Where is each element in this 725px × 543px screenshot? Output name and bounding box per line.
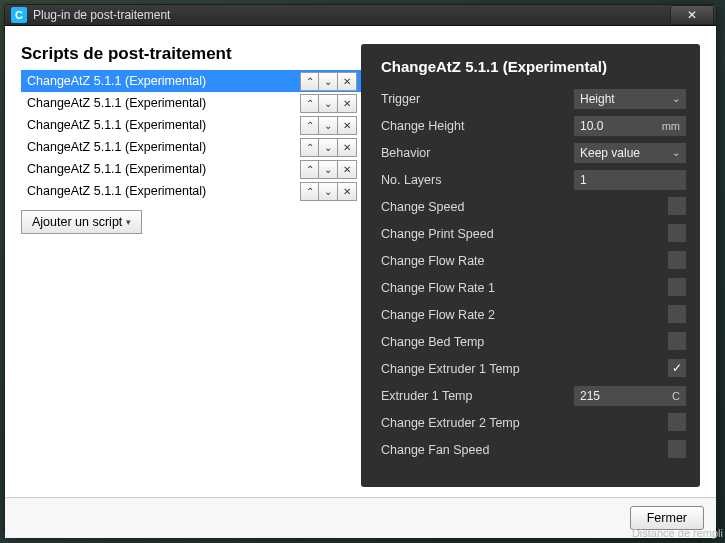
setting-control: 1	[574, 170, 686, 190]
bed-checkbox[interactable]	[668, 332, 686, 350]
move-down-button[interactable]: ⌄	[319, 116, 338, 135]
move-down-button[interactable]: ⌄	[319, 72, 338, 91]
setting-label: No. Layers	[381, 173, 574, 187]
flow1-checkbox[interactable]	[668, 278, 686, 296]
setting-row-flow1: Change Flow Rate 1	[381, 274, 686, 301]
setting-control	[668, 251, 686, 271]
setting-label: Change Flow Rate 2	[381, 308, 668, 322]
flow2-checkbox[interactable]	[668, 305, 686, 323]
setting-label: Change Print Speed	[381, 227, 668, 241]
script-list: ChangeAtZ 5.1.1 (Experimental)⌃⌄✕ChangeA…	[21, 70, 361, 202]
script-row[interactable]: ChangeAtZ 5.1.1 (Experimental)⌃⌄✕	[21, 180, 361, 202]
setting-row-pspeed: Change Print Speed	[381, 220, 686, 247]
trigger-select[interactable]: Height⌄	[574, 89, 686, 109]
setting-label: Change Bed Temp	[381, 335, 668, 349]
move-down-button[interactable]: ⌄	[319, 160, 338, 179]
dialog-body: Scripts de post-traitement ChangeAtZ 5.1…	[5, 26, 716, 497]
select-value: Keep value	[580, 146, 640, 160]
layers-input[interactable]: 1	[574, 170, 686, 190]
move-up-button[interactable]: ⌃	[300, 116, 319, 135]
chevron-down-icon: ⌄	[324, 186, 332, 197]
chevron-down-icon: ⌄	[324, 76, 332, 87]
ext2c-checkbox[interactable]	[668, 413, 686, 431]
title-bar: C Plug-in de post-traitement ✕	[5, 5, 716, 26]
setting-control	[668, 413, 686, 433]
input-unit: mm	[662, 120, 680, 132]
close-icon: ✕	[343, 186, 351, 197]
script-row[interactable]: ChangeAtZ 5.1.1 (Experimental)⌃⌄✕	[21, 70, 361, 92]
background-text: Distance de rempli	[632, 527, 723, 539]
script-controls: ⌃⌄✕	[300, 160, 357, 179]
height-input[interactable]: 10.0mm	[574, 116, 686, 136]
chevron-down-icon: ▾	[126, 217, 131, 227]
add-script-label: Ajouter un script	[32, 215, 122, 229]
chevron-down-icon: ⌄	[324, 164, 332, 175]
script-controls: ⌃⌄✕	[300, 182, 357, 201]
remove-button[interactable]: ✕	[338, 116, 357, 135]
setting-row-ext2c: Change Extruder 2 Temp	[381, 409, 686, 436]
setting-label: Change Height	[381, 119, 574, 133]
pspeed-checkbox[interactable]	[668, 224, 686, 242]
setting-row-fan: Change Fan Speed	[381, 436, 686, 463]
close-icon: ✕	[343, 98, 351, 109]
setting-row-bed: Change Bed Temp	[381, 328, 686, 355]
input-value: 1	[580, 173, 587, 187]
move-down-button[interactable]: ⌄	[319, 182, 338, 201]
setting-control: Keep value⌄	[574, 143, 686, 163]
setting-row-layers: No. Layers1	[381, 166, 686, 193]
remove-button[interactable]: ✕	[338, 138, 357, 157]
move-up-button[interactable]: ⌃	[300, 72, 319, 91]
move-up-button[interactable]: ⌃	[300, 182, 319, 201]
chevron-up-icon: ⌃	[306, 164, 314, 175]
fan-checkbox[interactable]	[668, 440, 686, 458]
dialog-footer: Fermer	[5, 497, 716, 538]
setting-control: Height⌄	[574, 89, 686, 109]
setting-control	[668, 440, 686, 460]
input-value: 10.0	[580, 119, 603, 133]
move-up-button[interactable]: ⌃	[300, 138, 319, 157]
chevron-up-icon: ⌃	[306, 142, 314, 153]
close-icon: ✕	[343, 142, 351, 153]
chevron-up-icon: ⌃	[306, 76, 314, 87]
setting-row-flow2: Change Flow Rate 2	[381, 301, 686, 328]
move-up-button[interactable]: ⌃	[300, 160, 319, 179]
script-name: ChangeAtZ 5.1.1 (Experimental)	[27, 118, 300, 132]
remove-button[interactable]: ✕	[338, 94, 357, 113]
setting-label: Change Flow Rate	[381, 254, 668, 268]
chevron-down-icon: ⌄	[324, 98, 332, 109]
setting-row-speed: Change Speed	[381, 193, 686, 220]
speed-checkbox[interactable]	[668, 197, 686, 215]
script-row[interactable]: ChangeAtZ 5.1.1 (Experimental)⌃⌄✕	[21, 92, 361, 114]
close-icon: ✕	[343, 76, 351, 87]
window-close-button[interactable]: ✕	[670, 5, 714, 25]
settings-heading: ChangeAtZ 5.1.1 (Experimental)	[381, 58, 686, 75]
script-row[interactable]: ChangeAtZ 5.1.1 (Experimental)⌃⌄✕	[21, 114, 361, 136]
chevron-up-icon: ⌃	[306, 186, 314, 197]
move-up-button[interactable]: ⌃	[300, 94, 319, 113]
add-script-button[interactable]: Ajouter un script ▾	[21, 210, 142, 234]
move-down-button[interactable]: ⌄	[319, 138, 338, 157]
chevron-down-icon: ⌄	[672, 93, 680, 104]
remove-button[interactable]: ✕	[338, 182, 357, 201]
close-icon: ✕	[343, 164, 351, 175]
dialog-window: C Plug-in de post-traitement ✕ Scripts d…	[4, 4, 717, 535]
setting-control	[668, 332, 686, 352]
behavior-select[interactable]: Keep value⌄	[574, 143, 686, 163]
setting-label: Change Speed	[381, 200, 668, 214]
close-icon: ✕	[343, 120, 351, 131]
setting-control	[668, 224, 686, 244]
window-title: Plug-in de post-traitement	[33, 8, 170, 22]
setting-row-trigger: TriggerHeight⌄	[381, 85, 686, 112]
remove-button[interactable]: ✕	[338, 160, 357, 179]
script-name: ChangeAtZ 5.1.1 (Experimental)	[27, 140, 300, 154]
flow-checkbox[interactable]	[668, 251, 686, 269]
ext1c-checkbox[interactable]: ✓	[668, 359, 686, 377]
script-row[interactable]: ChangeAtZ 5.1.1 (Experimental)⌃⌄✕	[21, 158, 361, 180]
script-controls: ⌃⌄✕	[300, 72, 357, 91]
move-down-button[interactable]: ⌄	[319, 94, 338, 113]
remove-button[interactable]: ✕	[338, 72, 357, 91]
script-row[interactable]: ChangeAtZ 5.1.1 (Experimental)⌃⌄✕	[21, 136, 361, 158]
script-controls: ⌃⌄✕	[300, 138, 357, 157]
script-controls: ⌃⌄✕	[300, 94, 357, 113]
ext1t-input[interactable]: 215C	[574, 386, 686, 406]
